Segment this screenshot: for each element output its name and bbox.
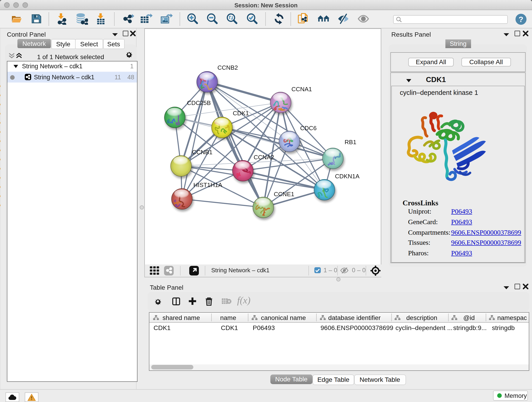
svg-text:CCNE1: CCNE1 bbox=[274, 191, 294, 198]
svg-text:HIST1H1A: HIST1H1A bbox=[193, 182, 222, 188]
svg-text:CCNB1: CCNB1 bbox=[192, 149, 212, 156]
svg-text:RB1: RB1 bbox=[345, 139, 356, 146]
svg-text:CCNA2: CCNA2 bbox=[254, 154, 274, 161]
svg-text:?: ? bbox=[519, 15, 524, 24]
svg-text:CDC25B: CDC25B bbox=[187, 99, 211, 106]
svg-text:CCNB2: CCNB2 bbox=[217, 64, 238, 71]
svg-text:CDKN1A: CDKN1A bbox=[335, 173, 360, 180]
svg-text:CCNA1: CCNA1 bbox=[291, 86, 312, 93]
svg-text:CDK1: CDK1 bbox=[233, 110, 249, 117]
svg-text:CDC6: CDC6 bbox=[300, 125, 317, 132]
